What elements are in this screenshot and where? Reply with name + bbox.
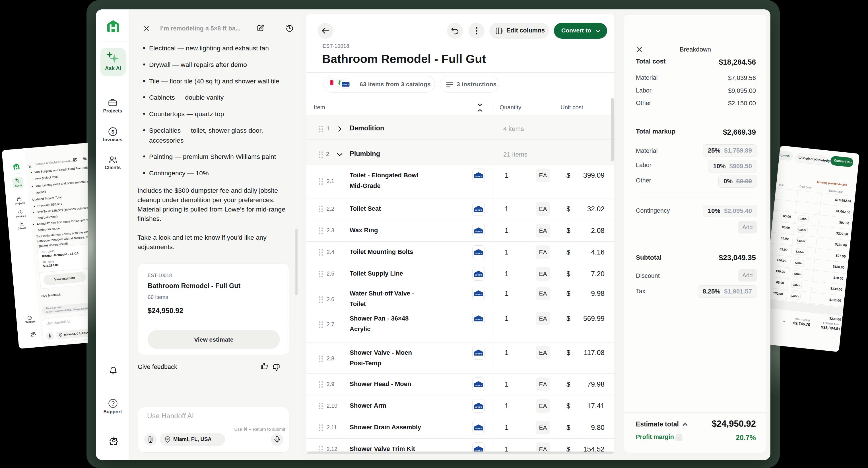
svg-text:LOWE’S: LOWE’S bbox=[475, 428, 482, 430]
svg-text:LOWE’S: LOWE’S bbox=[475, 384, 482, 386]
svg-text:LOWE’S: LOWE’S bbox=[475, 175, 482, 177]
svg-text:LOWE’S: LOWE’S bbox=[475, 293, 482, 295]
svg-text:LOWE’S: LOWE’S bbox=[475, 353, 482, 355]
svg-text:LOWE’S: LOWE’S bbox=[475, 252, 482, 254]
svg-text:LOWE’S: LOWE’S bbox=[475, 209, 482, 211]
svg-text:LOWE’S: LOWE’S bbox=[343, 84, 349, 85]
svg-text:LOWE’S: LOWE’S bbox=[475, 231, 482, 233]
svg-text:$: $ bbox=[112, 129, 114, 135]
svg-text:LOWE’S: LOWE’S bbox=[475, 449, 482, 451]
svg-text:LOWE’S: LOWE’S bbox=[475, 406, 482, 408]
svg-text:$: $ bbox=[20, 211, 21, 213]
svg-text:LOWE’S: LOWE’S bbox=[475, 319, 482, 321]
svg-text:LOWE’S: LOWE’S bbox=[475, 274, 482, 276]
